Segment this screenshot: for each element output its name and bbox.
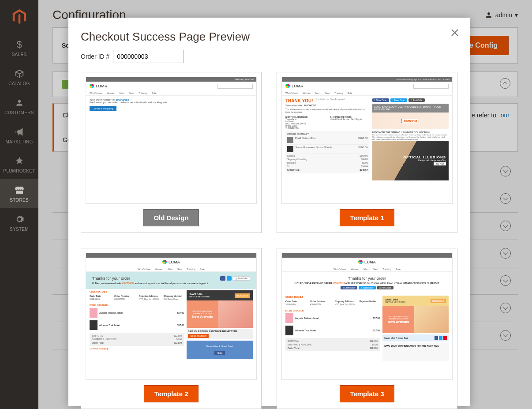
close-icon: [450, 28, 459, 37]
template-2-button[interactable]: Template 2: [144, 385, 198, 402]
template-preview-2: LUMA What's NewWomenMenGearTrainingSale …: [86, 253, 257, 380]
old-design-button[interactable]: Old Design: [143, 209, 199, 226]
template-1-button[interactable]: Template 1: [340, 209, 394, 226]
template-3-button[interactable]: Template 3: [340, 385, 394, 402]
template-preview-old: Welcome, John Doe! LUMA What's NewWomenM…: [86, 77, 257, 204]
template-preview-1: Default welcome msg! Sign In or Create a…: [281, 77, 453, 204]
preview-modal: Checkout Success Page Preview Order ID #…: [68, 18, 470, 406]
modal-title: Checkout Success Page Preview: [81, 30, 457, 44]
template-card-old: Welcome, John Doe! LUMA What's NewWomenM…: [81, 72, 262, 233]
order-id-label: Order ID #: [81, 53, 109, 60]
template-preview-3: LUMA What's NewWomenMenGearTrainingSale …: [281, 253, 453, 380]
order-id-input[interactable]: [113, 50, 184, 63]
template-card-1: Default welcome msg! Sign In or Create a…: [277, 72, 457, 233]
template-card-2: LUMA What's NewWomenMenGearTrainingSale …: [81, 248, 262, 409]
modal-close-button[interactable]: [449, 26, 461, 39]
template-card-3: LUMA What's NewWomenMenGearTrainingSale …: [277, 248, 457, 409]
